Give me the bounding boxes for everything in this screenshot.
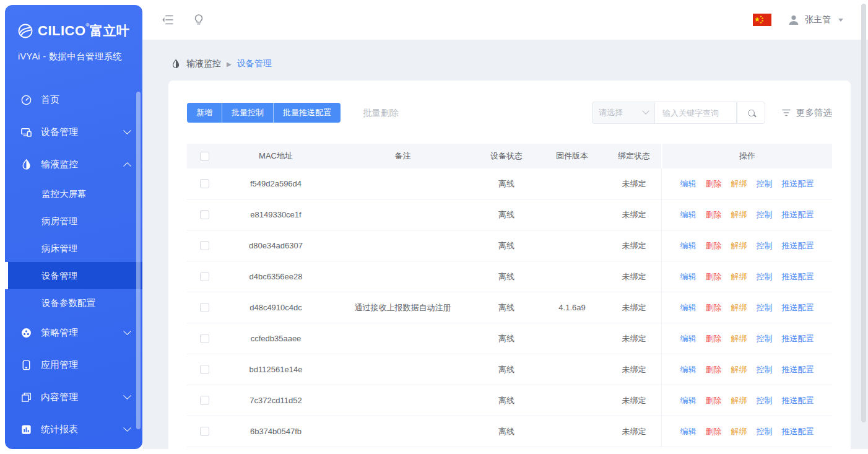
action-unbind[interactable]: 解绑 <box>731 333 747 344</box>
action-delete[interactable]: 删除 <box>706 302 722 313</box>
action-delete[interactable]: 删除 <box>706 209 722 220</box>
action-control[interactable]: 控制 <box>757 302 773 313</box>
sidebar-item-home[interactable]: 首页 <box>5 84 142 116</box>
remark-cell <box>330 199 475 230</box>
action-push[interactable]: 推送配置 <box>782 302 814 313</box>
action-delete[interactable]: 删除 <box>706 333 722 344</box>
action-edit[interactable]: 编辑 <box>680 364 697 375</box>
row-checkbox[interactable] <box>200 241 209 250</box>
row-checkbox[interactable] <box>200 303 209 312</box>
mac-address-cell: f549d2a596d4 <box>222 168 330 199</box>
china-flag-icon[interactable]: ★ ★ ★ ★ ★ <box>753 14 771 26</box>
add-button[interactable]: 新增 <box>187 103 222 123</box>
action-unbind[interactable]: 解绑 <box>731 271 747 282</box>
firmware-cell <box>537 261 607 292</box>
action-edit[interactable]: 编辑 <box>680 302 697 313</box>
sidebar-scrollbar[interactable] <box>136 92 141 429</box>
row-checkbox[interactable] <box>200 210 209 219</box>
filter-field-select[interactable]: 请选择 <box>592 102 655 124</box>
sidebar-item-ward-management[interactable]: 病房管理 <box>5 207 142 235</box>
more-filters-button[interactable]: 更多筛选 <box>781 107 832 119</box>
row-checkbox[interactable] <box>200 427 209 436</box>
action-delete[interactable]: 删除 <box>706 395 722 406</box>
action-delete[interactable]: 删除 <box>706 364 722 375</box>
action-unbind[interactable]: 解绑 <box>731 178 747 190</box>
column-header-actions: 操作 <box>661 144 832 168</box>
sidebar-item-app-management[interactable]: 应用管理 <box>5 349 142 381</box>
collapse-sidebar-icon[interactable] <box>161 13 175 27</box>
action-unbind[interactable]: 解绑 <box>731 302 747 313</box>
remark-cell <box>330 168 475 199</box>
sidebar-item-strategy-management[interactable]: 策略管理 <box>5 316 142 349</box>
sidebar-item-device-param-config[interactable]: 设备参数配置 <box>5 289 142 316</box>
action-edit[interactable]: 编辑 <box>680 426 697 437</box>
system-subtitle: iVYAi - 数据中台管理系统 <box>5 40 142 63</box>
breadcrumb: 输液监控 ▶ 设备管理 <box>142 40 868 69</box>
breadcrumb-section[interactable]: 输液监控 <box>186 58 221 69</box>
action-control[interactable]: 控制 <box>757 178 773 190</box>
action-edit[interactable]: 编辑 <box>680 209 697 220</box>
action-push[interactable]: 推送配置 <box>782 178 814 190</box>
home-dashboard-icon <box>20 94 32 106</box>
mac-address-cell: 7c372cd11d52 <box>222 385 330 416</box>
app-tablet-icon <box>20 359 32 371</box>
lightbulb-icon[interactable] <box>192 13 206 27</box>
select-all-checkbox[interactable] <box>200 152 209 161</box>
action-unbind[interactable]: 解绑 <box>731 209 747 220</box>
action-edit[interactable]: 编辑 <box>680 240 697 251</box>
action-unbind[interactable]: 解绑 <box>731 395 747 406</box>
action-push[interactable]: 推送配置 <box>782 426 814 437</box>
action-control[interactable]: 控制 <box>757 240 773 251</box>
sidebar-item-device-management-active[interactable]: 设备管理 <box>5 262 142 289</box>
action-control[interactable]: 控制 <box>757 209 773 220</box>
action-unbind[interactable]: 解绑 <box>731 364 747 375</box>
action-delete[interactable]: 删除 <box>706 271 722 282</box>
search-button[interactable] <box>737 102 765 124</box>
sidebar-item-monitor-screen[interactable]: 监控大屏幕 <box>5 180 142 207</box>
sidebar-item-content-management[interactable]: 内容管理 <box>5 381 142 413</box>
page-scrollbar[interactable] <box>861 4 866 422</box>
binding-status-cell: 未绑定 <box>607 261 661 292</box>
action-push[interactable]: 推送配置 <box>782 240 814 251</box>
action-edit[interactable]: 编辑 <box>680 395 697 406</box>
action-push[interactable]: 推送配置 <box>782 333 814 344</box>
action-push[interactable]: 推送配置 <box>782 395 814 406</box>
action-delete[interactable]: 删除 <box>706 240 722 251</box>
row-checkbox[interactable] <box>200 365 209 374</box>
action-control[interactable]: 控制 <box>757 333 773 344</box>
batch-push-config-button[interactable]: 批量推送配置 <box>274 103 341 123</box>
action-push[interactable]: 推送配置 <box>782 271 814 282</box>
table-row: d4bc6356ee28 离线 未绑定 编辑删除解绑控制推送配置 <box>187 261 832 292</box>
chevron-down-icon <box>123 327 131 335</box>
action-control[interactable]: 控制 <box>757 364 773 375</box>
table-row: 6b374b0547fb 离线 未绑定 编辑删除解绑控制推送配置 <box>187 416 832 447</box>
batch-control-button[interactable]: 批量控制 <box>222 103 274 123</box>
sidebar-item-statistics-report[interactable]: 统计报表 <box>5 413 142 445</box>
action-control[interactable]: 控制 <box>757 395 773 406</box>
action-unbind[interactable]: 解绑 <box>731 240 747 251</box>
action-edit[interactable]: 编辑 <box>680 271 697 282</box>
row-checkbox[interactable] <box>200 179 209 188</box>
action-edit[interactable]: 编辑 <box>680 333 697 344</box>
row-checkbox[interactable] <box>200 334 209 343</box>
content-area: 输液监控 ▶ 设备管理 新增 批量控制 批量推送配置 批量删除 请选择 <box>142 40 868 449</box>
keyword-search-input[interactable] <box>655 102 737 124</box>
action-unbind[interactable]: 解绑 <box>731 426 747 437</box>
row-checkbox[interactable] <box>200 272 209 281</box>
action-edit[interactable]: 编辑 <box>680 178 697 190</box>
table-row: f549d2a596d4 离线 未绑定 编辑删除解绑控制推送配置 <box>187 168 832 199</box>
action-push[interactable]: 推送配置 <box>782 209 814 220</box>
row-checkbox[interactable] <box>200 396 209 405</box>
chevron-up-icon <box>123 162 131 170</box>
action-delete[interactable]: 删除 <box>706 178 722 190</box>
action-delete[interactable]: 删除 <box>706 426 722 437</box>
action-push[interactable]: 推送配置 <box>782 364 814 375</box>
batch-delete-button-disabled[interactable]: 批量删除 <box>363 107 399 119</box>
action-control[interactable]: 控制 <box>757 426 773 437</box>
sidebar-item-infusion-monitoring[interactable]: 输液监控 <box>5 148 142 180</box>
action-control[interactable]: 控制 <box>757 271 773 282</box>
breadcrumb-current[interactable]: 设备管理 <box>237 58 272 69</box>
user-menu[interactable]: 张主管 <box>788 14 843 26</box>
sidebar-item-bed-management[interactable]: 病床管理 <box>5 235 142 262</box>
sidebar-item-device-management[interactable]: 设备管理 <box>5 116 142 148</box>
